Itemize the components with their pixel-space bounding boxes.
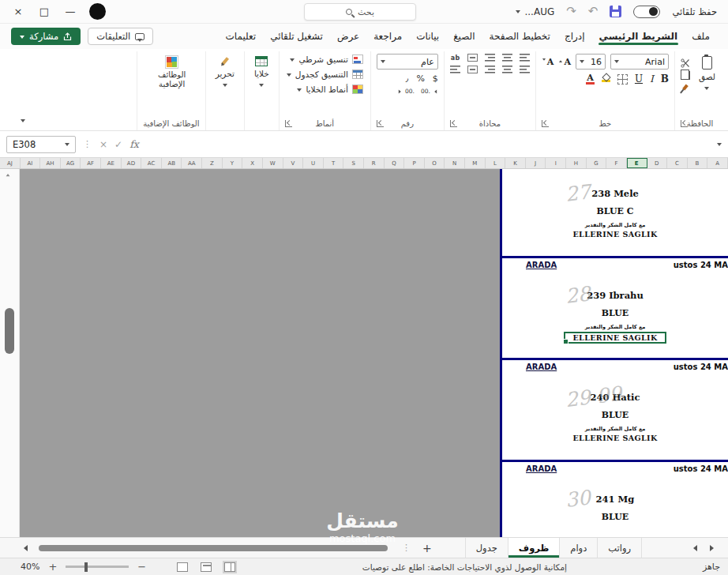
ribbon-tab[interactable]: عرض <box>330 26 366 47</box>
column-header-H[interactable]: H <box>566 158 587 168</box>
style-menu-item[interactable]: تنسيق شرطي <box>285 54 365 65</box>
undo-icon[interactable]: ↶ <box>588 6 599 17</box>
currency-button[interactable]: $ <box>433 73 438 84</box>
column-header-AE[interactable]: AE <box>101 158 122 168</box>
ribbon-tab[interactable]: تعليمات <box>219 26 264 47</box>
redo-icon[interactable]: ↷ <box>566 6 576 17</box>
document-title[interactable]: AUG... <box>516 6 554 17</box>
zoom-slider-thumb[interactable] <box>84 562 88 572</box>
save-icon[interactable] <box>610 6 621 17</box>
sheet-tab[interactable]: دوام <box>559 538 597 558</box>
column-header-X[interactable]: X <box>242 158 263 168</box>
column-header-E[interactable]: E <box>627 158 647 168</box>
ribbon-tab[interactable]: تخطيط الصفحة <box>482 26 557 47</box>
account-avatar[interactable] <box>89 3 106 20</box>
cut-icon[interactable] <box>681 58 690 68</box>
font-color-icon[interactable]: A <box>586 73 595 85</box>
dialog-launcher-icon[interactable] <box>285 120 292 127</box>
maximize-button[interactable]: □ <box>37 6 51 17</box>
align-right-icon[interactable] <box>520 66 530 73</box>
sheet-tab[interactable]: ظروف <box>508 538 560 558</box>
column-header-J[interactable]: J <box>526 158 546 168</box>
format-painter-icon[interactable] <box>682 85 689 91</box>
column-header-P[interactable]: P <box>404 158 425 168</box>
column-header-S[interactable]: S <box>343 158 364 168</box>
column-header-AB[interactable]: AB <box>162 158 182 168</box>
align-bottom-icon[interactable] <box>485 54 495 62</box>
dialog-launcher-icon[interactable] <box>450 120 457 127</box>
namebox-resize-handle[interactable]: ⋮ <box>83 139 92 149</box>
enter-entry-icon[interactable]: ✓ <box>114 139 122 150</box>
column-header-B[interactable]: B <box>688 158 708 168</box>
sheet-tab[interactable]: رواتب <box>597 538 642 558</box>
cancel-entry-icon[interactable]: × <box>99 139 107 150</box>
minimize-button[interactable]: — <box>63 6 77 17</box>
underline-button[interactable]: U <box>635 73 643 85</box>
scroll-sheets-left-icon[interactable] <box>21 545 28 551</box>
percent-button[interactable]: % <box>416 73 424 84</box>
column-header-AF[interactable]: AF <box>81 158 101 168</box>
column-header-K[interactable]: K <box>505 158 526 168</box>
align-top-icon[interactable] <box>520 54 530 62</box>
dialog-launcher-icon[interactable] <box>681 120 688 127</box>
italic-button[interactable]: I <box>650 73 654 85</box>
scrollbar-splitter[interactable]: ⋮ <box>402 543 411 553</box>
addins-button[interactable]: الوظائف الإضافية <box>144 54 200 92</box>
column-header-AA[interactable]: AA <box>182 158 202 168</box>
accessibility-status[interactable]: إمكانية الوصول لذوي الاحتياجات الخاصة: ا… <box>362 562 567 572</box>
number-format-combo[interactable]: عام <box>377 54 438 70</box>
ribbon-tab[interactable]: ملف <box>685 26 717 47</box>
style-menu-item[interactable]: التنسيق كجدول <box>285 69 365 80</box>
collapse-ribbon-icon[interactable] <box>21 119 25 125</box>
align-left-icon[interactable] <box>485 66 495 73</box>
column-header-W[interactable]: W <box>263 158 283 168</box>
bold-button[interactable]: B <box>661 73 669 85</box>
ribbon-tab[interactable]: تشغيل تلقائي <box>263 26 330 47</box>
column-header-G[interactable]: G <box>587 158 607 168</box>
search-input[interactable]: بحث <box>304 3 416 21</box>
comments-button[interactable]: التعليقات <box>88 28 153 45</box>
record-239[interactable]: 28239 IbrahuBLUEمع كامل الشكر والتقديرEL… <box>502 271 728 358</box>
column-header-AD[interactable]: AD <box>122 158 142 168</box>
increase-decimal-button[interactable]: .00 <box>421 88 438 95</box>
horizontal-scrollbar[interactable] <box>36 544 396 552</box>
column-header-O[interactable]: O <box>425 158 445 168</box>
column-header-AI[interactable]: AI <box>21 158 41 168</box>
normal-view-icon[interactable] <box>177 562 188 572</box>
column-header-V[interactable]: V <box>283 158 304 168</box>
new-sheet-button[interactable]: + <box>422 542 432 554</box>
column-header-M[interactable]: M <box>465 158 486 168</box>
column-header-D[interactable]: D <box>647 158 668 168</box>
orientation-icon[interactable] <box>467 54 478 62</box>
borders-icon[interactable] <box>617 74 628 85</box>
column-header-Q[interactable]: Q <box>385 158 405 168</box>
fill-color-icon[interactable] <box>602 76 610 82</box>
ribbon-tab[interactable]: مراجعة <box>366 26 409 47</box>
page-break-preview-icon[interactable] <box>224 562 235 572</box>
dialog-launcher-icon[interactable] <box>377 120 384 127</box>
cells-button[interactable]: خلايا <box>250 54 273 92</box>
editing-button[interactable]: تحرير <box>212 54 238 92</box>
previous-sheet-icon[interactable] <box>690 545 697 551</box>
share-button[interactable]: مشاركة <box>11 28 81 45</box>
column-header-Z[interactable]: Z <box>202 158 223 168</box>
column-header-U[interactable]: U <box>303 158 324 168</box>
decrease-decimal-button[interactable]: .00 <box>397 88 415 95</box>
column-header-AJ[interactable]: AJ <box>0 158 21 168</box>
font-size-combo[interactable]: 16 <box>576 54 606 70</box>
page-break-gray-area[interactable] <box>20 169 500 537</box>
column-header-Y[interactable]: Y <box>223 158 243 168</box>
insert-function-icon[interactable]: fx <box>129 138 139 150</box>
scroll-up-icon[interactable] <box>6 172 10 177</box>
name-box[interactable]: E308 <box>6 136 76 153</box>
column-header-AC[interactable]: AC <box>141 158 162 168</box>
ribbon-tab[interactable]: إدراج <box>557 26 592 47</box>
horizontal-scrollbar-thumb[interactable] <box>39 545 388 551</box>
record-238[interactable]: 27238 MeleBLUE Cمع كامل الشكر والتقديرEL… <box>502 169 728 256</box>
column-header-T[interactable]: T <box>324 158 344 168</box>
close-button[interactable]: × <box>11 6 25 17</box>
zoom-level[interactable]: 40% <box>21 562 39 572</box>
comma-button[interactable]: ٫ <box>406 73 409 84</box>
column-header-A[interactable]: A <box>707 158 728 168</box>
vertical-scrollbar[interactable] <box>0 169 20 537</box>
